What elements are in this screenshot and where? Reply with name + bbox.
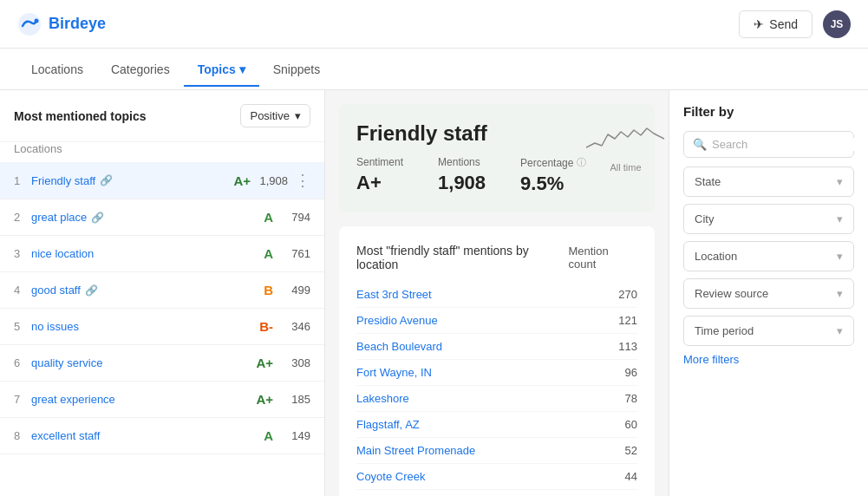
topic-number: 2 bbox=[14, 211, 31, 224]
topic-count: 346 bbox=[280, 320, 310, 333]
mention-location[interactable]: East 3rd Street bbox=[356, 288, 432, 301]
chart-label: All time bbox=[586, 162, 664, 173]
topic-detail-card: Friendly staff Sentiment A+ Mentions 1,9… bbox=[339, 104, 655, 212]
topic-item[interactable]: 2 great place🔗 A 794 bbox=[0, 199, 324, 236]
tab-locations[interactable]: Locations bbox=[17, 52, 97, 87]
search-input[interactable] bbox=[712, 138, 858, 151]
mention-row: Lakeshore 78 bbox=[356, 386, 637, 412]
topic-item[interactable]: 8 excellent staff A 149 bbox=[0, 418, 324, 454]
chevron-down-icon: ▾ bbox=[837, 212, 843, 225]
middle-panel: Friendly staff Sentiment A+ Mentions 1,9… bbox=[325, 90, 669, 496]
mention-location[interactable]: Coyote Creek bbox=[356, 470, 425, 483]
mention-row: Flagstaff, AZ 60 bbox=[356, 412, 637, 438]
filter-search-box[interactable]: 🔍 bbox=[683, 131, 854, 158]
mention-count: 270 bbox=[618, 288, 637, 301]
topic-item[interactable]: 6 quality service A+ 308 bbox=[0, 345, 324, 382]
mention-count: 78 bbox=[625, 392, 637, 405]
positive-filter-button[interactable]: Positive ▾ bbox=[240, 104, 310, 127]
topic-count: 1,908 bbox=[258, 174, 288, 187]
mention-location[interactable]: Lakeshore bbox=[356, 392, 409, 405]
topic-name: great place🔗 bbox=[31, 211, 243, 224]
avatar[interactable]: JS bbox=[823, 10, 851, 38]
logo-text: Birdeye bbox=[49, 15, 106, 33]
topic-number: 4 bbox=[14, 284, 31, 297]
link-icon: 🔗 bbox=[91, 212, 104, 224]
topic-name: quality service bbox=[31, 356, 243, 369]
topic-grade: B- bbox=[243, 319, 273, 334]
filter-dropdown-location[interactable]: Location ▾ bbox=[683, 241, 854, 271]
topic-name: nice location bbox=[31, 247, 243, 260]
chevron-down-icon: ▾ bbox=[837, 324, 843, 337]
mention-row: Charlotte, NC 37 bbox=[356, 490, 637, 496]
birdeye-logo-icon bbox=[17, 12, 42, 36]
mention-row: East 3rd Street 270 bbox=[356, 282, 637, 308]
topic-count: 499 bbox=[280, 284, 310, 297]
topics-section-title: Most mentioned topics bbox=[14, 109, 146, 123]
right-panel: Filter by 🔍 State ▾ City ▾ Location ▾ Re… bbox=[669, 90, 868, 496]
send-icon: ✈ bbox=[754, 17, 764, 31]
topic-item[interactable]: 3 nice location A 761 bbox=[0, 236, 324, 272]
percentage-metric: Percentage ⓘ 9.5% bbox=[520, 156, 586, 195]
topic-name: Friendly staff🔗 bbox=[31, 174, 220, 187]
mention-row: Coyote Creek 44 bbox=[356, 464, 637, 490]
topic-number: 3 bbox=[14, 247, 31, 260]
topics-list: 1 Friendly staff🔗 A+ 1,908 ⋮ 2 great pla… bbox=[0, 162, 324, 454]
topic-count: 794 bbox=[280, 211, 310, 224]
mention-location[interactable]: Fort Wayne, IN bbox=[356, 366, 432, 379]
topic-item[interactable]: 7 great experience A+ 185 bbox=[0, 382, 324, 418]
topic-number: 1 bbox=[14, 174, 31, 187]
topic-count: 149 bbox=[280, 429, 310, 442]
topic-grade: A+ bbox=[243, 356, 273, 370]
tab-snippets[interactable]: Snippets bbox=[259, 52, 334, 87]
left-panel-header: Most mentioned topics Positive ▾ bbox=[0, 90, 324, 142]
mention-count: 96 bbox=[625, 366, 637, 379]
header-actions: ✈ Send JS bbox=[739, 10, 851, 38]
filter-dropdowns: State ▾ City ▾ Location ▾ Review source … bbox=[683, 166, 854, 346]
send-button[interactable]: ✈ Send bbox=[739, 10, 813, 38]
topic-number: 6 bbox=[14, 356, 31, 369]
mention-row: Beach Boulevard 113 bbox=[356, 334, 637, 360]
positive-filter-label: Positive bbox=[250, 109, 290, 122]
mentions-list: East 3rd Street 270 Presidio Avenue 121 … bbox=[356, 282, 637, 496]
more-filters-link[interactable]: More filters bbox=[683, 353, 854, 366]
mention-location[interactable]: Presidio Avenue bbox=[356, 314, 438, 327]
mention-count: 44 bbox=[625, 470, 637, 483]
chevron-down-icon: ▾ bbox=[239, 62, 245, 76]
topic-more-button[interactable]: ⋮ bbox=[295, 173, 310, 188]
tab-categories[interactable]: Categories bbox=[97, 52, 184, 87]
topic-number: 8 bbox=[14, 429, 31, 442]
main-content: Most mentioned topics Positive ▾ Locatio… bbox=[0, 90, 868, 496]
filter-label: City bbox=[695, 212, 714, 225]
mention-count: 121 bbox=[618, 314, 637, 327]
topic-grade: A+ bbox=[220, 173, 251, 188]
filter-dropdown-time-period[interactable]: Time period ▾ bbox=[683, 316, 854, 346]
mention-count: 113 bbox=[618, 340, 637, 353]
mention-location[interactable]: Flagstaff, AZ bbox=[356, 418, 420, 431]
topic-name: good staff🔗 bbox=[31, 284, 243, 297]
link-icon: 🔗 bbox=[100, 174, 113, 186]
mentions-header: Most "friendly staff" mentions by locati… bbox=[356, 244, 637, 271]
topic-grade: A bbox=[243, 428, 273, 443]
topic-item[interactable]: 5 no issues B- 346 bbox=[0, 309, 324, 345]
sentiment-label: Sentiment bbox=[356, 156, 403, 168]
topic-grade: B bbox=[243, 283, 273, 297]
filter-label: Time period bbox=[695, 324, 754, 337]
filter-dropdown-city[interactable]: City ▾ bbox=[683, 204, 854, 234]
percentage-label: Percentage ⓘ bbox=[520, 156, 586, 169]
tab-topics[interactable]: Topics ▾ bbox=[184, 52, 259, 87]
filter-dropdown-review-source[interactable]: Review source ▾ bbox=[683, 278, 854, 309]
mention-location[interactable]: Main Street Promenade bbox=[356, 444, 475, 457]
topic-sparkline-container: All time bbox=[586, 121, 664, 173]
mention-location[interactable]: Beach Boulevard bbox=[356, 340, 442, 353]
mention-count: 52 bbox=[625, 444, 637, 457]
mention-row: Main Street Promenade 52 bbox=[356, 438, 637, 464]
filter-label: Review source bbox=[695, 287, 768, 300]
filter-title: Filter by bbox=[683, 104, 854, 119]
mentions-title: Most "friendly staff" mentions by locati… bbox=[356, 244, 568, 271]
topic-item[interactable]: 4 good staff🔗 B 499 bbox=[0, 272, 324, 309]
filter-dropdown-state[interactable]: State ▾ bbox=[683, 166, 854, 197]
mention-row: Presidio Avenue 121 bbox=[356, 308, 637, 334]
info-icon: ⓘ bbox=[577, 156, 586, 169]
topic-item[interactable]: 1 Friendly staff🔗 A+ 1,908 ⋮ bbox=[0, 162, 324, 199]
chevron-down-icon: ▾ bbox=[837, 175, 843, 188]
